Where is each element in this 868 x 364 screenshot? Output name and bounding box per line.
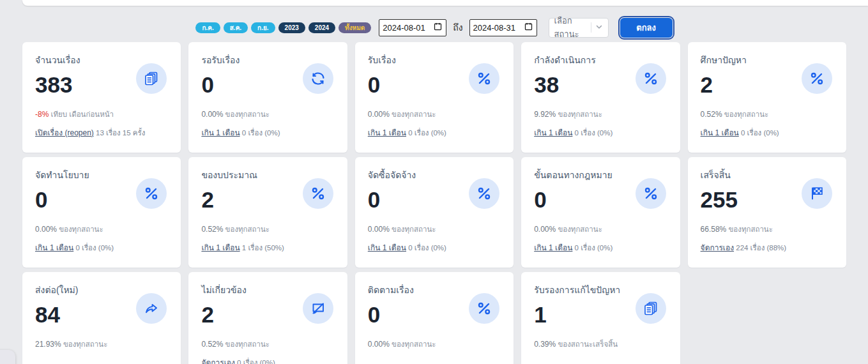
card-link[interactable]: จัดการเอง	[201, 358, 234, 364]
stat-card: ขั้นตอนทางกฎหมาย00.00% ของทุกสถานะเกิน 1…	[521, 157, 680, 268]
stat-suffix: ของทุกสถานะ	[57, 225, 103, 233]
stat-value: 9.92%	[534, 110, 556, 119]
card-link-line: เกิน 1 เดือน 0 เรื่อง (0%)	[701, 126, 834, 139]
stat-value: 0.52%	[201, 340, 223, 349]
stat-suffix: ของทุกสถานะ	[556, 225, 602, 233]
card-link-line: เกิน 1 เดือน 0 เรื่อง (0%)	[534, 126, 667, 139]
card-link[interactable]: เกิน 1 เดือน	[701, 128, 739, 137]
card-link-line: จัดการเอง 224 เรื่อง (88%)	[701, 241, 834, 254]
filter-pills: ก.ค.ส.ค.ก.ย.20232024ทั้งหมด	[195, 22, 371, 33]
card-stat-line: 0.00% ของทุกสถานะ	[368, 109, 501, 120]
card-link-suffix: 0 เรื่อง (0%)	[572, 129, 613, 137]
date-from-value: 2024-08-01	[383, 23, 430, 33]
stat-suffix: ของทุกสถานะ	[722, 110, 769, 118]
card-link-line: เกิน 1 เดือน 0 เรื่อง (0%)	[201, 126, 334, 139]
filter-pill[interactable]: 2023	[278, 22, 305, 33]
stat-value: 0.00%	[35, 225, 57, 234]
chat-off-icon	[303, 293, 333, 324]
card-link-line: เปิดเรื่อง (reopen) 13 เรื่อง 15 ครั้ง	[35, 126, 168, 139]
card-link-line: จัดการเอง 0 เรื่อง (0%)	[201, 356, 334, 364]
calendar-icon[interactable]	[524, 22, 533, 33]
stat-suffix: เทียบ เดือนก่อนหน้า	[49, 110, 114, 118]
card-link[interactable]: เปิดเรื่อง (reopen)	[35, 128, 94, 137]
card-link[interactable]: เกิน 1 เดือน	[35, 243, 73, 252]
card-stat-line: 0.00% ของทุกสถานะ	[35, 224, 168, 235]
card-stat-line: 0.00% ของทุกสถานะ	[368, 338, 501, 350]
filter-pill[interactable]: 2024	[308, 22, 335, 33]
card-link-suffix: 0 เรื่อง (0%)	[739, 129, 779, 137]
status-select-placeholder: เลือกสถานะ	[554, 14, 587, 41]
percent-icon	[802, 63, 832, 94]
card-link-suffix: 0 เรื่อง (0%)	[235, 359, 275, 364]
card-link[interactable]: เกิน 1 เดือน	[368, 243, 406, 252]
stat-suffix: ของทุกสถานะ	[223, 340, 270, 348]
flag-icon	[802, 178, 832, 209]
stat-card: กำลังดำเนินการ389.92% ของทุกสถานะเกิน 1 …	[521, 42, 680, 153]
stat-suffix: ของสถานะเสร็จสิ้น	[556, 340, 618, 348]
filter-pill[interactable]: ส.ค.	[224, 22, 248, 33]
card-stat-line: 66.58% ของทุกสถานะ	[701, 224, 834, 235]
stat-suffix: ของทุกสถานะ	[556, 110, 602, 118]
stat-card: ส่งต่อ(ใหม่)8421.93% ของทุกสถานะ	[22, 272, 181, 364]
card-link-line: เกิน 1 เดือน 0 เรื่อง (0%)	[35, 241, 168, 254]
card-link[interactable]: จัดการเอง	[701, 243, 734, 252]
date-from-input[interactable]: 2024-08-01	[379, 19, 446, 36]
card-stat-line: 9.92% ของทุกสถานะ	[534, 109, 667, 120]
card-stat-line: 0.52% ของทุกสถานะ	[201, 338, 334, 350]
percent-icon	[636, 63, 666, 94]
stat-value: 0.00%	[368, 340, 390, 349]
card-link-suffix: 0 เรื่อง (0%)	[572, 244, 613, 252]
stat-value: 66.58%	[701, 225, 727, 234]
stat-value: 0.00%	[201, 110, 223, 119]
chevron-down-icon	[595, 23, 603, 33]
stat-card: ไม่เกี่ยวข้อง20.52% ของทุกสถานะจัดการเอง…	[188, 272, 347, 364]
filter-bar: ก.ค.ส.ค.ก.ย.20232024ทั้งหมด 2024-08-01 ถ…	[0, 15, 868, 40]
card-link[interactable]: เกิน 1 เดือน	[368, 128, 406, 137]
card-link[interactable]: เกิน 1 เดือน	[201, 243, 240, 252]
date-range-to-label: ถึง	[452, 20, 464, 34]
stat-suffix: ของทุกสถานะ	[726, 225, 773, 233]
card-link[interactable]: เกิน 1 เดือน	[534, 128, 572, 137]
stat-value: -8%	[35, 110, 49, 119]
card-link-line: เกิน 1 เดือน 1 เรื่อง (50%)	[201, 241, 334, 254]
percent-icon	[469, 63, 499, 94]
stat-card: ติดตามเรื่อง00.00% ของทุกสถานะ	[355, 272, 514, 364]
date-to-input[interactable]: 2024-08-31	[469, 19, 537, 36]
card-stat-line: 0.39% ของสถานะเสร็จสิ้น	[534, 338, 667, 350]
card-link[interactable]: เกิน 1 เดือน	[534, 243, 572, 252]
stat-card: ศึกษาปัญหา20.52% ของทุกสถานะเกิน 1 เดือน…	[688, 42, 846, 153]
card-stat-line: 0.00% ของทุกสถานะ	[201, 109, 334, 120]
header-panel-bottom-edge	[22, 0, 868, 6]
stat-suffix: ของทุกสถานะ	[390, 110, 436, 118]
percent-icon	[469, 293, 499, 324]
stat-value: 0.39%	[534, 340, 556, 349]
stat-card: จำนวนเรื่อง383-8% เทียบ เดือนก่อนหน้าเปิ…	[22, 42, 181, 153]
card-stat-line: 0.52% ของทุกสถานะ	[701, 109, 834, 120]
card-link-line: เกิน 1 เดือน 0 เรื่อง (0%)	[534, 241, 667, 254]
cards-grid: จำนวนเรื่อง383-8% เทียบ เดือนก่อนหน้าเปิ…	[22, 42, 846, 364]
filter-pill[interactable]: ทั้งหมด	[339, 22, 371, 33]
status-select[interactable]: เลือกสถานะ	[549, 18, 609, 38]
calendar-icon[interactable]	[433, 22, 443, 33]
card-link-suffix: 0 เรื่อง (0%)	[240, 129, 280, 137]
card-link-line: เกิน 1 เดือน 0 เรื่อง (0%)	[368, 241, 501, 254]
stat-value: 0.00%	[534, 225, 556, 234]
select-divider	[591, 22, 591, 33]
stat-card: รับรองการแก้ไขปัญหา10.39% ของสถานะเสร็จส…	[521, 272, 680, 364]
sync-icon	[303, 63, 333, 94]
stat-value: 0.00%	[368, 225, 390, 234]
bottom-left-widget[interactable]	[0, 350, 15, 364]
stat-card: เสร็จสิ้น25566.58% ของทุกสถานะจัดการเอง …	[688, 157, 846, 268]
filter-pill[interactable]: ก.ค.	[195, 22, 220, 33]
stat-suffix: ของทุกสถานะ	[223, 225, 270, 233]
card-link[interactable]: เกิน 1 เดือน	[201, 128, 240, 137]
date-to-value: 2024-08-31	[473, 23, 521, 33]
stat-card: รับเรื่อง00.00% ของทุกสถานะเกิน 1 เดือน …	[355, 42, 514, 153]
card-stat-line: 21.93% ของทุกสถานะ	[35, 338, 168, 350]
stat-suffix: ของทุกสถานะ	[390, 340, 436, 348]
submit-button[interactable]: ตกลง	[620, 18, 673, 38]
card-link-suffix: 0 เรื่อง (0%)	[406, 129, 446, 137]
card-link-suffix: 224 เรื่อง (88%)	[734, 244, 786, 252]
filter-pill[interactable]: ก.ย.	[251, 22, 275, 33]
card-stat-line: 0.52% ของทุกสถานะ	[201, 224, 334, 235]
